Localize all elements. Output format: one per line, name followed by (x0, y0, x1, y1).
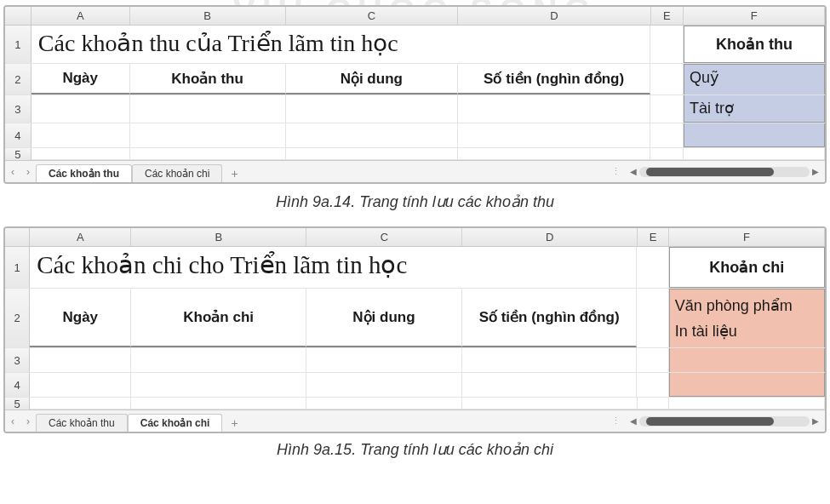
col-header-C[interactable]: C (306, 228, 462, 246)
row-header-3[interactable]: 3 (5, 95, 31, 123)
drag-handle-icon[interactable]: ⋮ (611, 415, 622, 427)
cell-E1[interactable] (637, 247, 668, 288)
cell-C5[interactable] (286, 148, 458, 159)
cell-A2-header-ngay[interactable]: Ngày (30, 289, 131, 347)
cell-F2-category-item[interactable]: Quỹ (684, 64, 825, 94)
cell-B2-header-khoanchi[interactable]: Khoản chi (131, 289, 306, 347)
cell-B5[interactable] (131, 398, 306, 409)
sheet-tab-thu[interactable]: Các khoản thu (36, 414, 128, 432)
col-header-F[interactable]: F (669, 228, 825, 246)
cell-B5[interactable] (130, 148, 286, 159)
scroll-thumb[interactable] (646, 417, 774, 426)
row-header-1[interactable]: 1 (5, 247, 30, 288)
col-header-E[interactable]: E (651, 7, 684, 25)
cell-A4[interactable] (30, 373, 131, 397)
horizontal-scrollbar[interactable]: ⋮ ◀ ▶ (247, 415, 825, 427)
cell-E4[interactable] (650, 123, 684, 147)
cell-C3[interactable] (286, 95, 458, 123)
row-header-3[interactable]: 3 (5, 348, 30, 372)
cell-D3[interactable] (458, 95, 650, 123)
sheet-tab-add-icon[interactable]: + (222, 416, 246, 430)
cell-E2[interactable] (650, 64, 684, 94)
cell-B4[interactable] (130, 123, 286, 147)
cell-C2-header-noidung[interactable]: Nội dung (306, 289, 462, 347)
col-header-A[interactable]: A (31, 7, 130, 25)
cell-C5[interactable] (306, 398, 462, 409)
col-header-D[interactable]: D (462, 228, 638, 246)
scroll-right-icon[interactable]: ▶ (812, 167, 819, 176)
cell-A5[interactable] (31, 148, 130, 159)
cell-F1-category-header[interactable]: Khoản thu (684, 26, 825, 63)
cell-F5[interactable] (669, 398, 825, 409)
cell-A4[interactable] (31, 123, 130, 147)
scroll-right-icon[interactable]: ▶ (812, 416, 819, 426)
cell-D5[interactable] (462, 398, 638, 409)
scroll-left-icon[interactable]: ◀ (630, 416, 637, 426)
sheet-tab-add-icon[interactable]: + (222, 167, 246, 180)
tab-nav-prev-icon[interactable]: ‹ (5, 166, 20, 178)
cell-B3[interactable] (130, 95, 286, 123)
select-all-corner[interactable] (5, 228, 30, 246)
cell-D5[interactable] (458, 148, 650, 159)
cell-A2-header-ngay[interactable]: Ngày (31, 64, 130, 94)
cell-B3[interactable] (131, 348, 306, 372)
cell-E3[interactable] (650, 95, 684, 123)
cell-E5[interactable] (650, 148, 684, 159)
cell-F2-category-item[interactable]: Văn phòng phẩm In tài liệu (669, 289, 825, 347)
tab-nav-next-icon[interactable]: › (20, 415, 36, 427)
cell-C3[interactable] (306, 348, 462, 372)
sheet-tab-thu[interactable]: Các khoản thu (36, 164, 132, 183)
cell-F1-category-header[interactable]: Khoản chi (669, 247, 825, 288)
cell-B2-header-khoanthu[interactable]: Khoản thu (130, 64, 286, 94)
select-all-corner[interactable] (5, 7, 31, 25)
cell-C4[interactable] (286, 123, 458, 147)
row-header-4[interactable]: 4 (5, 123, 31, 147)
cell-E1[interactable] (650, 26, 684, 63)
cell-E3[interactable] (637, 348, 668, 372)
sheet-tab-chi[interactable]: Các khoản chi (132, 164, 222, 182)
cell-C4[interactable] (306, 373, 462, 397)
row-header-2[interactable]: 2 (5, 64, 31, 94)
drag-handle-icon[interactable]: ⋮ (611, 166, 622, 177)
cell-D4[interactable] (458, 123, 650, 147)
title-cell[interactable]: Các khoản thu của Triển lãm tin học (31, 26, 650, 63)
cell-F3-category-blank[interactable] (669, 348, 825, 372)
cell-E4[interactable] (637, 373, 668, 397)
tab-nav-prev-icon[interactable]: ‹ (5, 415, 20, 427)
cell-C2-header-noidung[interactable]: Nội dung (286, 64, 458, 94)
row-header-5[interactable]: 5 (5, 148, 31, 160)
row-header-1[interactable]: 1 (5, 26, 31, 63)
cell-A5[interactable] (30, 398, 131, 409)
cell-F4-category-blank[interactable] (669, 373, 825, 397)
cell-D3[interactable] (462, 348, 638, 372)
col-header-E[interactable]: E (638, 228, 669, 246)
cell-D2-header-sotien[interactable]: Số tiền (nghìn đồng) (462, 289, 638, 347)
cell-E2[interactable] (637, 289, 668, 347)
row-header-4[interactable]: 4 (5, 373, 30, 397)
row-header-2[interactable]: 2 (5, 289, 30, 347)
cell-D2-header-sotien[interactable]: Số tiền (nghìn đồng) (458, 64, 650, 94)
cell-D4[interactable] (462, 373, 638, 397)
row-header-5[interactable]: 5 (5, 398, 30, 410)
cell-F4-category-blank[interactable] (684, 123, 825, 147)
cell-A3[interactable] (31, 95, 130, 123)
col-header-F[interactable]: F (684, 7, 825, 25)
scroll-track[interactable] (639, 416, 810, 427)
horizontal-scrollbar[interactable]: ⋮ ◀ ▶ (247, 166, 825, 177)
cell-E5[interactable] (638, 398, 669, 409)
scroll-left-icon[interactable]: ◀ (630, 167, 637, 176)
cell-F3-category-item[interactable]: Tài trợ (684, 95, 825, 123)
cell-A3[interactable] (30, 348, 131, 372)
col-header-C[interactable]: C (286, 7, 458, 25)
col-header-B[interactable]: B (131, 228, 306, 246)
cell-B4[interactable] (131, 373, 306, 397)
col-header-B[interactable]: B (130, 7, 286, 25)
title-cell[interactable]: Các khoản chi cho Triển lãm tin học (30, 247, 637, 288)
scroll-track[interactable] (639, 167, 810, 177)
col-header-D[interactable]: D (458, 7, 651, 25)
col-header-A[interactable]: A (30, 228, 131, 246)
cell-F5[interactable] (684, 148, 825, 159)
tab-nav-next-icon[interactable]: › (20, 166, 36, 178)
scroll-thumb[interactable] (646, 168, 774, 176)
sheet-tab-chi[interactable]: Các khoản chi (128, 414, 223, 432)
